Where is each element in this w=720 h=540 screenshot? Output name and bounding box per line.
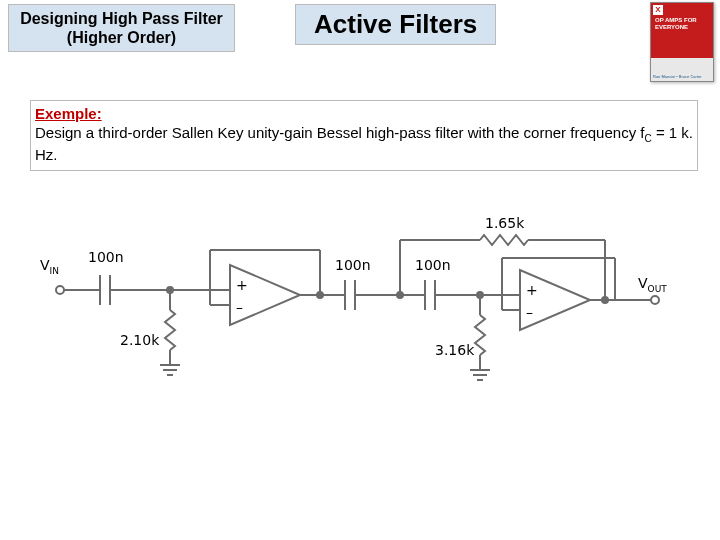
example-label: Exemple: [35, 105, 102, 122]
svg-point-47 [651, 296, 659, 304]
vout-label: V [638, 275, 648, 291]
svg-text:VOUT: VOUT [638, 275, 667, 294]
svg-point-40 [602, 297, 608, 303]
c3-label: 100n [415, 257, 451, 273]
vin-label: V [40, 257, 50, 273]
c1-label: 100n [88, 249, 124, 265]
section-subheading: Designing High Pass Filter (Higher Order… [8, 4, 235, 52]
page-title: Active Filters [295, 4, 496, 45]
book-title: OP AMPS FOR EVERYONE [655, 17, 711, 30]
op1-plus: + [236, 277, 248, 293]
r3-label: 3.16k [435, 342, 475, 358]
r2-label: 1.65k [485, 215, 525, 231]
r1-label: 2.10k [120, 332, 160, 348]
op1-minus: – [236, 299, 243, 315]
example-fc-sub: C [644, 133, 651, 144]
book-authors: Ron Mancini • Bruce Carter [653, 75, 711, 79]
svg-marker-38 [520, 270, 590, 330]
op2-minus: – [526, 304, 533, 320]
subheading-line1: Designing High Pass Filter [20, 10, 223, 27]
vout-sub: OUT [648, 284, 668, 294]
svg-point-46 [56, 286, 64, 294]
book-logo: X [653, 5, 663, 15]
svg-marker-11 [230, 265, 300, 325]
vin-sub: IN [50, 266, 59, 276]
header-row: Designing High Pass Filter (Higher Order… [0, 0, 720, 52]
circuit-diagram: VIN 100n 2.10k + – 100n 100n 1.65k 3.16k… [40, 210, 680, 410]
op2-plus: + [526, 282, 538, 298]
svg-text:VIN: VIN [40, 257, 59, 276]
example-box: Exemple: Design a third-order Sallen Key… [30, 100, 698, 171]
example-text-1: Design a third-order Sallen Key unity-ga… [35, 124, 644, 141]
c2-label: 100n [335, 257, 371, 273]
book-cover: X OP AMPS FOR EVERYONE Ron Mancini • Bru… [650, 2, 714, 82]
subheading-line2: (Higher Order) [67, 29, 176, 46]
